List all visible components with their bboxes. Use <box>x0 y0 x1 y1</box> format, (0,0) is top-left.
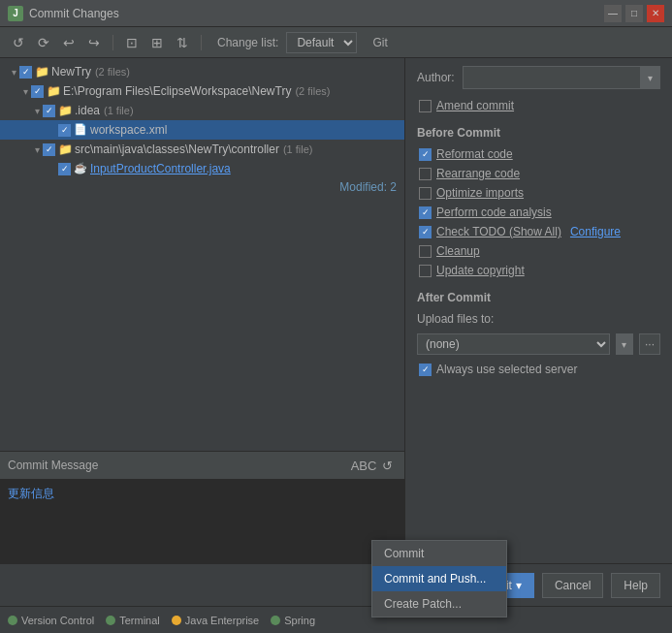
status-item-terminal[interactable]: Terminal <box>106 615 160 626</box>
tree-item-label: workspace.xml <box>90 123 167 137</box>
upload-select-row: (none) ▾ ··· <box>417 333 660 355</box>
folder-icon: 📁 <box>35 65 48 79</box>
vc-indicator <box>8 616 17 625</box>
main-container: ▾ 📁 NewTry (2 files) ▾ 📁 E:\Program File… <box>0 58 672 633</box>
expand-arrow: ▾ <box>19 86 31 97</box>
status-item-spring[interactable]: Spring <box>271 615 315 626</box>
modified-indicator: Modified: 2 <box>0 178 404 196</box>
author-label: Author: <box>417 71 455 84</box>
always-server-checkbox[interactable] <box>419 364 432 376</box>
xml-icon: 📄 <box>74 123 87 137</box>
option-checktodo[interactable]: Check TODO (Show All) Configure <box>417 225 660 238</box>
toolbar-btn-4[interactable]: ↪ <box>83 32 105 53</box>
option-optimize[interactable]: Optimize imports <box>417 186 660 200</box>
tree-item-meta: (1 file) <box>104 105 134 116</box>
before-commit-options: Reformat code Rearrange code Optimize im… <box>417 147 660 277</box>
upload-label: Upload files to: <box>417 312 494 326</box>
help-button[interactable]: Help <box>611 573 660 598</box>
folder-icon: 📁 <box>58 104 72 117</box>
file-tree: ▾ 📁 NewTry (2 files) ▾ 📁 E:\Program File… <box>0 58 404 451</box>
rearrange-label: Rearrange code <box>436 167 520 180</box>
folder-icon: 📁 <box>47 84 60 98</box>
commit-message-header: Commit Message ABC ↺ <box>0 452 404 480</box>
tree-checkbox[interactable] <box>43 105 55 117</box>
java-indicator <box>172 616 181 625</box>
tree-item-idea[interactable]: ▾ 📁 .idea (1 file) <box>0 101 404 120</box>
tree-item-meta: (2 files) <box>95 66 130 78</box>
author-dropdown-button[interactable]: ▾ <box>641 66 660 89</box>
spring-label: Spring <box>284 615 315 626</box>
tree-item-label: NewTry <box>51 65 91 79</box>
option-reformat[interactable]: Reformat code <box>417 147 660 161</box>
cleanup-label: Cleanup <box>436 244 480 258</box>
dropdown-item-create-patch[interactable]: Create Patch... <box>372 591 506 617</box>
optimize-label: Optimize imports <box>436 186 524 200</box>
spring-indicator <box>271 616 280 625</box>
copyright-checkbox[interactable] <box>419 265 432 277</box>
checktodo-checkbox[interactable] <box>419 226 432 238</box>
title-bar: J Commit Changes — □ ✕ <box>0 0 672 27</box>
tree-checkbox[interactable] <box>58 163 71 175</box>
configure-link[interactable]: Configure <box>570 225 621 238</box>
close-button[interactable]: ✕ <box>647 5 664 22</box>
tree-item-label: E:\Program Files\EclipseWorkspace\NewTry <box>63 84 291 98</box>
reformat-checkbox[interactable] <box>419 148 432 161</box>
vc-label: Version Control <box>21 615 94 626</box>
amend-commit-checkbox-box[interactable] <box>419 100 432 112</box>
tree-item-label: .idea <box>75 104 100 117</box>
upload-row: Upload files to: <box>417 312 660 326</box>
toolbar-btn-7[interactable]: ⇅ <box>172 32 193 53</box>
option-always-use-server[interactable]: Always use selected server <box>417 363 660 376</box>
author-input[interactable] <box>463 66 641 89</box>
copyright-label: Update copyright <box>436 264 525 277</box>
option-cleanup[interactable]: Cleanup <box>417 244 660 258</box>
amend-commit-checkbox[interactable]: Amend commit <box>419 99 514 112</box>
commit-dropdown-menu: Commit Commit and Push... Create Patch..… <box>371 540 507 617</box>
java-icon: ☕ <box>74 162 87 175</box>
tree-checkbox[interactable] <box>43 143 55 156</box>
app-icon: J <box>8 6 23 21</box>
tree-item-controller-folder[interactable]: ▾ 📁 src\main\java\classes\NewTry\control… <box>0 140 404 159</box>
tree-item-workspace[interactable]: 📄 workspace.xml <box>0 120 404 140</box>
toolbar-btn-3[interactable]: ↩ <box>58 32 80 53</box>
tree-checkbox[interactable] <box>19 66 32 79</box>
tree-checkbox[interactable] <box>31 85 44 98</box>
bottom-bar: Commit ▾ Cancel Help <box>0 563 672 606</box>
tree-item-controller-file[interactable]: ☕ InputProductController.java <box>0 159 404 178</box>
dropdown-item-commit[interactable]: Commit <box>372 541 506 566</box>
dropdown-item-commit-push[interactable]: Commit and Push... <box>372 566 506 591</box>
tree-item-newtry[interactable]: ▾ 📁 NewTry (2 files) <box>0 62 404 81</box>
left-panel: ▾ 📁 NewTry (2 files) ▾ 📁 E:\Program File… <box>0 58 405 633</box>
spell-check-button[interactable]: ABC <box>354 456 373 475</box>
amend-row[interactable]: Amend commit <box>419 99 660 112</box>
status-item-vc[interactable]: Version Control <box>8 615 94 626</box>
git-label: Git <box>372 36 387 49</box>
history-button[interactable]: ↺ <box>377 456 397 475</box>
window-title: Commit Changes <box>29 7 119 20</box>
cleanup-checkbox[interactable] <box>419 245 432 258</box>
checktodo-label: Check TODO (Show All) <box>436 225 561 238</box>
java-label: Java Enterprise <box>185 615 259 626</box>
optimize-checkbox[interactable] <box>419 187 432 200</box>
toolbar-btn-6[interactable]: ⊞ <box>146 32 168 53</box>
tree-item-path[interactable]: ▾ 📁 E:\Program Files\EclipseWorkspace\Ne… <box>0 81 404 101</box>
option-analysis[interactable]: Perform code analysis <box>417 206 660 219</box>
cancel-button[interactable]: Cancel <box>542 573 603 598</box>
rearrange-checkbox[interactable] <box>419 168 432 180</box>
toolbar-btn-5[interactable]: ⊡ <box>121 32 143 53</box>
toolbar-btn-1[interactable]: ↺ <box>8 32 29 53</box>
option-copyright[interactable]: Update copyright <box>417 264 660 277</box>
upload-dropdown-button[interactable]: ▾ <box>616 333 633 355</box>
folder-icon: 📁 <box>58 142 72 156</box>
maximize-button[interactable]: □ <box>625 5 643 22</box>
option-rearrange[interactable]: Rearrange code <box>417 167 660 180</box>
upload-select[interactable]: (none) <box>417 333 610 355</box>
tree-checkbox[interactable] <box>58 124 71 137</box>
status-bar: Version Control Terminal Java Enterprise… <box>0 606 672 633</box>
minimize-button[interactable]: — <box>604 5 622 22</box>
analysis-checkbox[interactable] <box>419 206 432 219</box>
toolbar-btn-2[interactable]: ⟳ <box>33 32 54 53</box>
upload-more-button[interactable]: ··· <box>639 333 660 355</box>
change-list-dropdown[interactable]: Default <box>286 32 357 53</box>
status-item-java[interactable]: Java Enterprise <box>172 615 259 626</box>
